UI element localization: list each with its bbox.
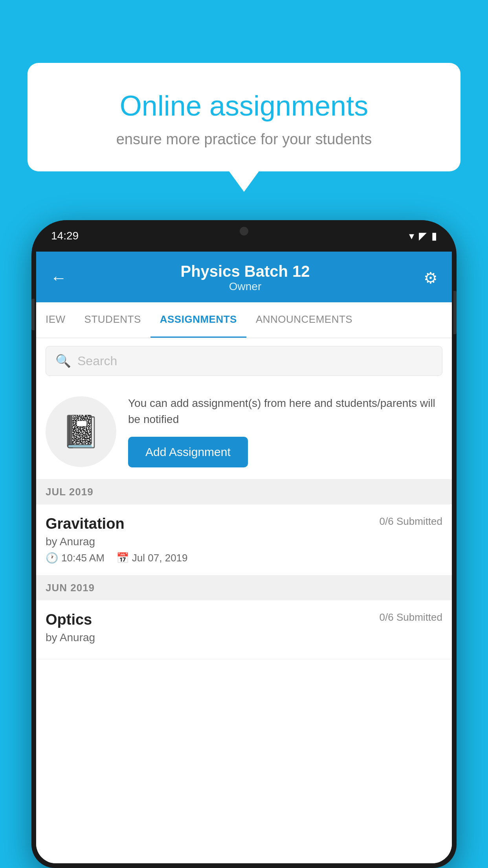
notebook-icon: 📓	[61, 413, 101, 450]
status-time: 14:29	[51, 230, 79, 242]
assignment-item-gravitation[interactable]: Gravitation 0/6 Submitted by Anurag 🕐 10…	[36, 504, 452, 576]
phone-notch: 14:29 ▾ ◤ ▮	[31, 220, 457, 252]
tab-announcements[interactable]: ANNOUNCEMENTS	[246, 302, 362, 338]
add-assignment-section: 📓 You can add assignment(s) from here an…	[36, 384, 452, 480]
promo-title: Online assignments	[51, 90, 437, 121]
tab-assignments[interactable]: ASSIGNMENTS	[150, 302, 246, 338]
assignment-by-optics: by Anurag	[46, 631, 442, 644]
assignment-info: You can add assignment(s) from here and …	[128, 395, 442, 467]
meta-time: 🕐 10:45 AM	[46, 552, 105, 564]
month-separator-jun: JUN 2019	[36, 576, 452, 600]
calendar-icon: 📅	[116, 552, 129, 564]
camera-dot	[240, 227, 248, 235]
assignment-item-optics[interactable]: Optics 0/6 Submitted by Anurag	[36, 600, 452, 659]
volume-button-left	[31, 299, 35, 330]
search-placeholder: Search	[77, 354, 117, 368]
search-container: 🔍 Search	[36, 338, 452, 384]
promo-card: Online assignments ensure more practice …	[28, 63, 460, 171]
meta-date-value: Jul 07, 2019	[132, 552, 188, 564]
content-area: 🔍 Search 📓 You can add assignment(s) fro…	[36, 338, 452, 863]
meta-time-value: 10:45 AM	[61, 552, 105, 564]
assignment-icon-circle: 📓	[46, 396, 116, 467]
tab-iew[interactable]: IEW	[36, 302, 75, 338]
notch-bump	[213, 220, 275, 242]
search-icon: 🔍	[55, 353, 71, 368]
app-header: ← Physics Batch 12 Owner ⚙	[36, 252, 452, 302]
assignment-meta-gravitation: 🕐 10:45 AM 📅 Jul 07, 2019	[46, 552, 442, 564]
meta-date: 📅 Jul 07, 2019	[116, 552, 188, 564]
status-icons: ▾ ◤ ▮	[409, 230, 437, 242]
back-button[interactable]: ←	[50, 268, 67, 287]
assignment-by-gravitation: by Anurag	[46, 535, 442, 548]
assignment-name-optics: Optics	[46, 611, 92, 628]
power-button-right	[453, 291, 457, 334]
assignment-submitted-optics: 0/6 Submitted	[380, 611, 442, 623]
assignment-description: You can add assignment(s) from here and …	[128, 395, 442, 427]
header-center: Physics Batch 12 Owner	[180, 263, 310, 293]
settings-icon[interactable]: ⚙	[424, 269, 438, 287]
phone-screen: ← Physics Batch 12 Owner ⚙ IEW STUDENTS …	[36, 252, 452, 863]
search-box[interactable]: 🔍 Search	[46, 346, 442, 376]
assignment-row1: Gravitation 0/6 Submitted	[46, 515, 442, 532]
header-subtitle: Owner	[180, 280, 310, 293]
phone-frame: 14:29 ▾ ◤ ▮ ← Physics Batch 12 Owner ⚙ I…	[31, 220, 457, 868]
promo-subtitle: ensure more practice for your students	[51, 131, 437, 148]
wifi-icon: ▾	[409, 230, 414, 242]
assignment-name-gravitation: Gravitation	[46, 515, 125, 532]
clock-icon: 🕐	[46, 552, 58, 564]
add-assignment-button[interactable]: Add Assignment	[128, 437, 248, 467]
tabs-bar: IEW STUDENTS ASSIGNMENTS ANNOUNCEMENTS	[36, 302, 452, 338]
assignment-submitted-gravitation: 0/6 Submitted	[380, 515, 442, 528]
tab-students[interactable]: STUDENTS	[75, 302, 150, 338]
header-title: Physics Batch 12	[180, 263, 310, 280]
month-separator-jul: JUL 2019	[36, 480, 452, 504]
signal-icon: ◤	[419, 230, 427, 242]
assignment-row1-optics: Optics 0/6 Submitted	[46, 611, 442, 628]
battery-icon: ▮	[431, 230, 437, 242]
